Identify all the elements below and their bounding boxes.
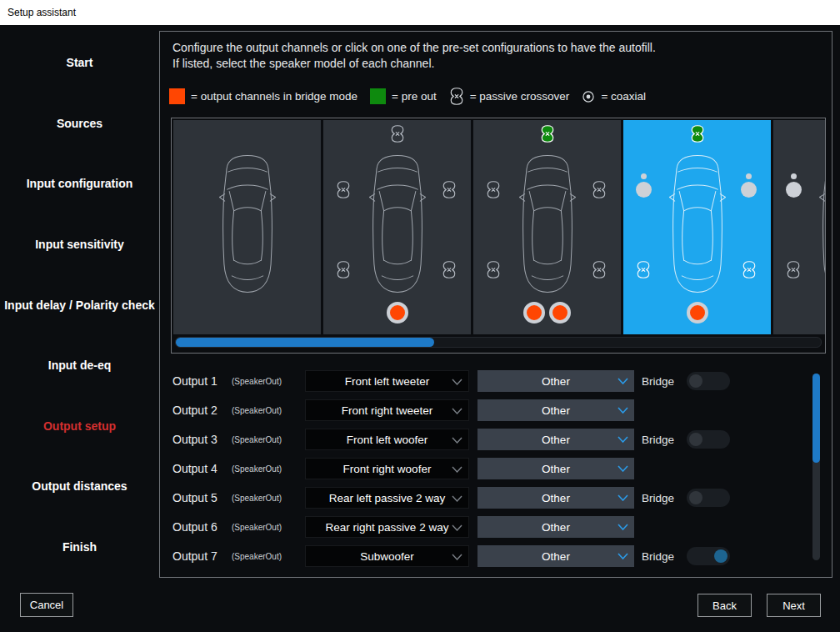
speaker-select-value: Front right tweeter [342, 404, 433, 417]
bridge-toggle-knob [689, 433, 702, 446]
next-button[interactable]: Next [767, 594, 821, 617]
instructions-line-2: If listed, select the speaker model of e… [172, 56, 656, 72]
sidebar-step-input-configuration[interactable]: Input configuration [0, 153, 159, 214]
model-select-value: Other [542, 375, 570, 388]
passive-crossover-icon [786, 260, 801, 279]
output-label: Output 3 [172, 433, 218, 446]
bridge-toggle-knob [714, 549, 728, 563]
output-row: Output 2 (SpeakerOut) Front right tweete… [172, 399, 756, 421]
passive-crossover-icon [336, 180, 351, 199]
passive-crossover-icon [442, 260, 457, 279]
output-type-tag: (SpeakerOut) [232, 464, 282, 474]
sidebar-step-sources[interactable]: Sources [0, 93, 159, 154]
bridge-toggle[interactable] [687, 372, 730, 390]
instructions-text: Configure the output channels or click o… [172, 40, 656, 72]
bridge-label: Bridge [642, 375, 674, 388]
preset-card-2[interactable] [323, 120, 471, 334]
model-select[interactable]: Other [478, 399, 634, 421]
speaker-select-value: Front right woofer [343, 463, 432, 475]
legend-label: = pre out [392, 90, 437, 103]
model-select[interactable]: Other [478, 429, 634, 450]
chevron-down-icon [618, 465, 628, 472]
preset-card-5[interactable] [773, 120, 825, 334]
output-row: Output 6 (SpeakerOut) Rear right passive… [172, 516, 756, 538]
sidebar-step-input-delay-polarity-check[interactable]: Input delay / Polarity check [0, 274, 159, 335]
output-type-tag: (SpeakerOut) [232, 406, 282, 415]
vertical-scrollbar-thumb[interactable] [812, 374, 820, 463]
vertical-scrollbar[interactable] [812, 374, 820, 560]
output-channel-list: Output 1 (SpeakerOut) Front left tweeter… [172, 370, 756, 574]
window-titlebar: Setup assistant [0, 0, 840, 25]
chevron-down-icon [618, 553, 628, 559]
output-label: Output 1 [172, 374, 218, 388]
output-type-tag: (SpeakerOut) [232, 523, 282, 532]
passive-crossover-icon [336, 260, 351, 279]
horizontal-scrollbar-thumb[interactable] [176, 338, 434, 347]
bridge-toggle[interactable] [687, 547, 730, 565]
preout-swatch [370, 88, 386, 104]
car-top-view [215, 151, 280, 297]
horizontal-scrollbar[interactable] [175, 337, 822, 348]
legend-item: = pre out [370, 88, 437, 104]
chevron-down-icon [452, 379, 462, 385]
speaker-select[interactable]: Front right tweeter [305, 399, 469, 421]
car-top-view [815, 151, 826, 297]
bridge-toggle[interactable] [687, 489, 730, 507]
passive-crossover-icon [442, 180, 457, 199]
legend-label: = coaxial [601, 90, 646, 103]
bridge-output-icon [523, 302, 545, 324]
coaxial-icon [582, 90, 595, 103]
cancel-button[interactable]: Cancel [20, 593, 73, 617]
car-top-view [365, 151, 430, 297]
preset-card-3[interactable] [473, 120, 621, 334]
model-select[interactable]: Other [478, 545, 634, 567]
bridge-toggle[interactable] [687, 430, 730, 449]
model-select[interactable]: Other [478, 458, 634, 479]
speaker-select[interactable]: Front right woofer [305, 458, 469, 479]
passive-crossover-icon [742, 260, 757, 279]
sidebar-step-output-setup[interactable]: Output setup [0, 395, 159, 456]
chevron-down-icon [452, 408, 462, 414]
speaker-select[interactable]: Subwoofer [305, 545, 469, 567]
chevron-down-icon [452, 554, 462, 560]
model-select-value: Other [542, 463, 570, 475]
model-select[interactable]: Other [478, 487, 634, 509]
speaker-select-value: Rear left passive 2 way [329, 492, 446, 504]
preset-card-4[interactable] [623, 120, 771, 334]
output-type-tag: (SpeakerOut) [232, 494, 282, 503]
model-select[interactable]: Other [478, 516, 634, 538]
output-row: Output 7 (SpeakerOut) Subwoofer Other Br… [172, 545, 756, 567]
model-select-value: Other [542, 550, 570, 563]
output-type-tag: (SpeakerOut) [232, 435, 282, 444]
bridge-output-icon [687, 302, 708, 324]
speaker-select[interactable]: Front left tweeter [305, 370, 469, 392]
bridge-swatch [169, 88, 185, 104]
output-type-tag: (SpeakerOut) [232, 552, 282, 561]
sidebar-step-output-distances[interactable]: Output distances [0, 456, 159, 517]
chevron-down-icon [618, 407, 628, 414]
car-top-view [665, 151, 730, 297]
preset-card-1[interactable] [173, 120, 321, 334]
output-row: Output 1 (SpeakerOut) Front left tweeter… [172, 370, 756, 392]
setup-steps-nav: StartSourcesInput configurationInput sen… [0, 33, 159, 577]
model-select-value: Other [542, 521, 570, 534]
speaker-select[interactable]: Rear left passive 2 way [305, 487, 469, 509]
speaker-select[interactable]: Rear right passive 2 way [305, 516, 469, 538]
sidebar-step-input-de-eq[interactable]: Input de-eq [0, 335, 159, 396]
sidebar-step-input-sensitivity[interactable]: Input sensitivity [0, 214, 159, 275]
speaker-select-value: Rear right passive 2 way [326, 521, 449, 534]
speaker-select[interactable]: Front left woofer [305, 429, 469, 450]
output-row: Output 3 (SpeakerOut) Front left woofer … [172, 429, 756, 450]
bridge-label: Bridge [642, 434, 674, 446]
model-select-value: Other [542, 492, 570, 504]
sidebar-step-finish[interactable]: Finish [0, 517, 159, 578]
legend-item: = coaxial [582, 90, 646, 103]
output-label: Output 2 [172, 404, 218, 417]
sidebar-step-start[interactable]: Start [0, 33, 159, 93]
back-button[interactable]: Back [698, 594, 752, 617]
tweeter-woofer-icon [741, 173, 757, 198]
chevron-down-icon [452, 437, 462, 444]
bridge-label: Bridge [642, 550, 674, 563]
model-select[interactable]: Other [478, 370, 634, 392]
setup-assistant-window: Setup assistant StartSourcesInput config… [0, 0, 840, 632]
